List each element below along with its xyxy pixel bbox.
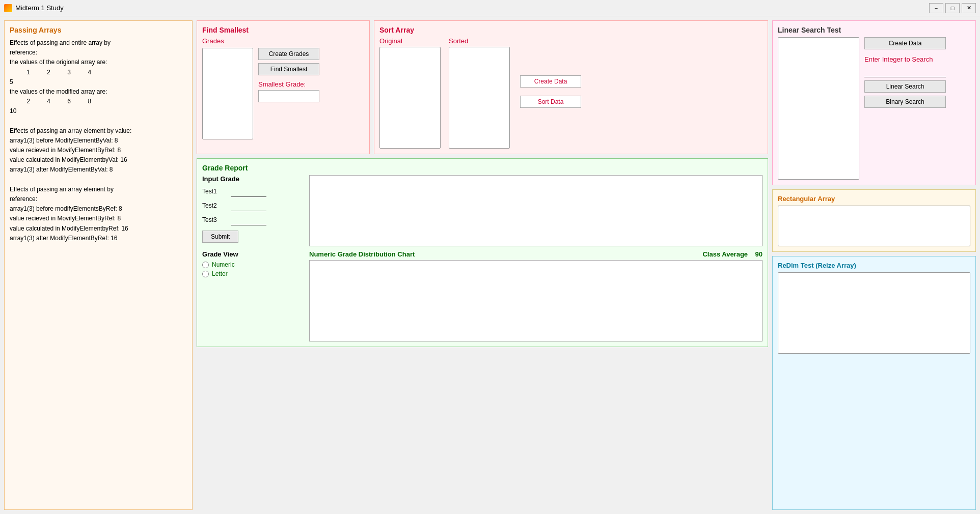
linear-search-title: Linear Search Test <box>778 26 970 34</box>
maximize-button[interactable]: □ <box>945 3 960 13</box>
test2-input[interactable] <box>231 200 266 211</box>
numeric-radio-row: Numeric <box>202 261 304 268</box>
title-bar: Midterm 1 Study − □ ✕ <box>0 0 980 16</box>
linear-search-inner: Create Data Enter Integer to Search Line… <box>778 37 970 180</box>
test2-row: Test2 <box>202 200 304 211</box>
grade-report-inner: Input Grade Test1 Test2 Test3 Submit <box>202 175 763 246</box>
create-grades-button[interactable]: Create Grades <box>258 48 319 60</box>
minimize-button[interactable]: − <box>929 3 943 13</box>
test3-label: Test3 <box>202 216 228 223</box>
sort-array-panel: Sort Array Original Sorted Create Da <box>374 20 768 154</box>
window-title: Midterm 1 Study <box>15 4 64 12</box>
find-smallest-panel: Find Smallest Grades Create Grades Find … <box>197 20 370 154</box>
chart-box <box>309 260 763 341</box>
numeric-label: Numeric <box>212 261 235 268</box>
chart-header: Numeric Grade Distribution Chart Class A… <box>309 250 763 258</box>
letter-label: Letter <box>212 270 228 277</box>
passing-arrays-text: Effects of passing and entire array by r… <box>10 38 187 243</box>
sort-buttons: Create Data Sort Data <box>520 37 581 149</box>
grade-report-panel: Grade Report Input Grade Test1 Test2 Tes… <box>197 158 768 347</box>
class-average-label: Class Average <box>702 250 748 258</box>
find-smallest-title: Find Smallest <box>202 26 364 34</box>
smallest-grade-label: Smallest Grade: <box>258 80 319 88</box>
chart-title: Numeric Grade Distribution Chart <box>309 250 415 258</box>
original-list-group: Original <box>379 37 441 149</box>
create-data-button[interactable]: Create Data <box>520 75 581 88</box>
smallest-grade-input[interactable] <box>258 90 319 102</box>
grade-report-title: Grade Report <box>202 164 763 172</box>
linear-search-listbox[interactable] <box>778 37 859 180</box>
test1-label: Test1 <box>202 188 228 195</box>
class-average-display: Class Average 90 <box>702 250 763 258</box>
enter-int-label: Enter Integer to Search <box>864 55 946 63</box>
right-area: Linear Search Test Create Data Enter Int… <box>772 20 976 510</box>
title-bar-controls: − □ ✕ <box>929 3 976 13</box>
main-content: Passing Arrays Effects of passing and en… <box>0 16 980 514</box>
app-icon <box>4 4 12 12</box>
close-button[interactable]: ✕ <box>962 3 976 13</box>
test1-input[interactable] <box>231 186 266 197</box>
sort-lists: Original Sorted <box>379 37 510 149</box>
submit-button[interactable]: Submit <box>202 231 238 243</box>
test2-label: Test2 <box>202 202 228 209</box>
passing-arrays-title: Passing Arrays <box>10 26 187 34</box>
linear-create-data-button[interactable]: Create Data <box>864 37 946 49</box>
test3-row: Test3 <box>202 214 304 225</box>
find-smallest-button[interactable]: Find Smallest <box>258 63 319 75</box>
linear-search-panel: Linear Search Test Create Data Enter Int… <box>772 20 976 185</box>
sort-array-title: Sort Array <box>379 26 763 34</box>
linear-search-button[interactable]: Linear Search <box>864 80 946 93</box>
grade-view-left: Grade View Numeric Letter <box>202 250 304 341</box>
title-bar-left: Midterm 1 Study <box>4 4 64 12</box>
linear-search-controls: Create Data Enter Integer to Search Line… <box>864 37 946 180</box>
grade-output-box <box>309 175 763 246</box>
top-panels: Find Smallest Grades Create Grades Find … <box>197 20 768 154</box>
redim-test-listbox[interactable] <box>778 272 970 354</box>
search-input[interactable] <box>864 66 946 77</box>
sort-data-button[interactable]: Sort Data <box>520 96 581 108</box>
redim-test-panel: ReDim Test (Reize Array) <box>772 256 976 510</box>
grades-listbox[interactable] <box>202 48 253 139</box>
binary-search-button[interactable]: Binary Search <box>864 96 946 108</box>
letter-radio-row: Letter <box>202 270 304 277</box>
grade-view-label: Grade View <box>202 250 304 258</box>
passing-arrays-panel: Passing Arrays Effects of passing and en… <box>4 20 193 510</box>
input-grade-label: Input Grade <box>202 175 304 183</box>
grade-input-area: Input Grade Test1 Test2 Test3 Submit <box>202 175 304 246</box>
class-average-value: 90 <box>755 250 763 258</box>
numeric-radio[interactable] <box>202 262 209 268</box>
rectangular-array-panel: Rectangular Array <box>772 189 976 252</box>
grade-chart-area: Numeric Grade Distribution Chart Class A… <box>309 250 763 341</box>
sort-inner: Original Sorted Create Data Sort Data <box>379 37 763 149</box>
grade-view-area: Grade View Numeric Letter Numeric Grade … <box>202 250 763 341</box>
sorted-label: Sorted <box>449 37 510 45</box>
sorted-list-group: Sorted <box>449 37 510 149</box>
letter-radio[interactable] <box>202 271 209 277</box>
original-listbox[interactable] <box>379 47 441 149</box>
rectangular-array-listbox[interactable] <box>778 206 970 246</box>
middle-area: Find Smallest Grades Create Grades Find … <box>197 20 768 510</box>
sorted-listbox[interactable] <box>449 47 510 149</box>
original-label: Original <box>379 37 441 45</box>
test1-row: Test1 <box>202 186 304 197</box>
rectangular-array-title: Rectangular Array <box>778 195 970 203</box>
grades-label: Grades <box>202 37 364 45</box>
test3-input[interactable] <box>231 214 266 225</box>
redim-test-title: ReDim Test (Reize Array) <box>778 262 970 269</box>
